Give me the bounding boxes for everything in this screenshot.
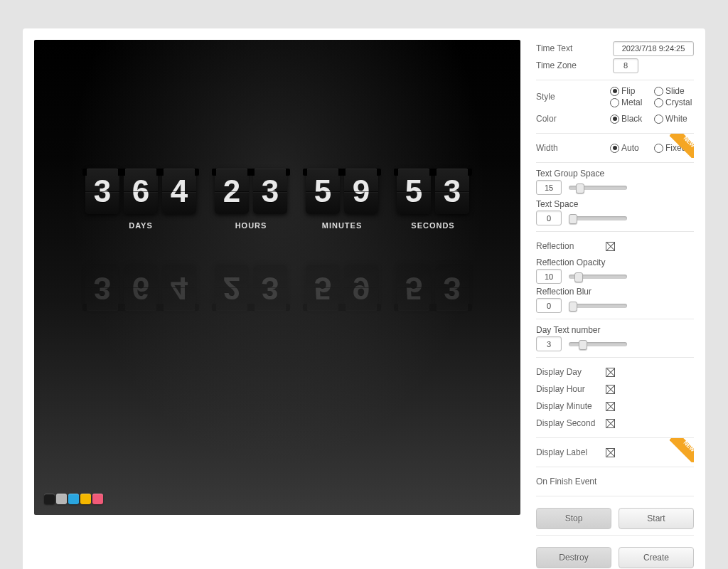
color-swatch[interactable] — [92, 494, 103, 504]
day-text-number-input[interactable] — [536, 336, 562, 351]
flip-digit: 5 — [397, 169, 431, 214]
countdown-group: 364DAYS — [83, 250, 198, 311]
day-text-number-label: Day Text number — [536, 325, 694, 335]
display-hour-label: Display Hour — [536, 384, 606, 394]
text-space-label: Text Space — [536, 199, 694, 209]
display-hour-checkbox[interactable] — [606, 385, 615, 394]
text-space-input[interactable] — [536, 211, 562, 225]
flip-digit: 2 — [215, 169, 249, 214]
reflection-blur-label: Reflection Blur — [536, 287, 694, 297]
group-label: SECONDS — [395, 221, 471, 230]
color-swatches — [44, 494, 105, 506]
style-label: Style — [536, 92, 606, 102]
color-label: Color — [536, 114, 606, 124]
text-space-slider[interactable] — [569, 216, 627, 220]
display-second-checkbox[interactable] — [606, 419, 615, 428]
style-radios-metal[interactable]: Metal — [610, 97, 650, 107]
color-swatch[interactable] — [44, 494, 55, 504]
style-radios-crystal[interactable]: Crystal — [654, 97, 694, 107]
group-label: HOURS — [213, 221, 289, 230]
group-label: DAYS — [83, 221, 198, 230]
flip-digit: 9 — [344, 265, 378, 311]
style-radios-slide[interactable]: Slide — [654, 86, 694, 96]
style-radios-flip[interactable]: Flip — [610, 86, 650, 96]
width-radios-auto[interactable]: Auto — [610, 143, 650, 153]
reflection-opacity-label: Reflection Opacity — [536, 257, 694, 267]
color-swatch[interactable] — [80, 494, 91, 504]
flip-digit: 9 — [344, 169, 378, 214]
display-second-label: Display Second — [536, 418, 606, 428]
time-zone-input[interactable] — [613, 58, 638, 73]
flip-digit: 3 — [253, 169, 287, 214]
settings-sidebar: Time Text Time Zone Style FlipSlideMetal… — [520, 40, 694, 568]
countdown-group: 23HOURS — [213, 169, 289, 230]
flip-digit: 5 — [306, 265, 340, 311]
display-minute-checkbox[interactable] — [606, 402, 615, 411]
flip-digit: 3 — [435, 265, 469, 311]
color-radios-white[interactable]: White — [654, 114, 694, 124]
countdown-group: 364DAYS — [83, 169, 198, 230]
countdown-group: 59MINUTES — [304, 169, 380, 230]
text-group-space-slider[interactable] — [569, 186, 627, 190]
reflection-blur-input[interactable] — [536, 298, 562, 313]
color-swatch[interactable] — [56, 494, 67, 504]
reflection-opacity-slider[interactable] — [569, 275, 627, 279]
flip-digit: 2 — [215, 265, 249, 311]
reflection-opacity-input[interactable] — [536, 269, 562, 284]
display-day-checkbox[interactable] — [606, 368, 615, 377]
width-label: Width — [536, 143, 606, 153]
display-day-label: Display Day — [536, 367, 606, 377]
display-label-label: Display Label — [536, 447, 606, 457]
text-group-space-label: Text Group Space — [536, 169, 694, 179]
flip-digit: 3 — [435, 169, 469, 214]
color-radios-black[interactable]: Black — [610, 114, 650, 124]
flip-digit: 5 — [306, 169, 340, 214]
color-swatch[interactable] — [68, 494, 79, 504]
time-zone-label: Time Zone — [536, 60, 606, 70]
stop-button[interactable]: Stop — [536, 508, 611, 529]
flip-digit: 5 — [397, 265, 431, 311]
width-radio-group: AutoFixed — [610, 143, 694, 153]
countdown-group: 53SECONDS — [395, 169, 471, 230]
destroy-button[interactable]: Destroy — [536, 547, 611, 568]
reflection-label: Reflection — [536, 241, 606, 251]
width-radios-fixed[interactable]: Fixed — [654, 143, 694, 153]
countdown-display: 364DAYS23HOURS59MINUTES53SECONDS364DAYS2… — [76, 169, 478, 311]
style-radio-group: FlipSlideMetalCrystal — [610, 86, 694, 107]
color-radio-group: BlackWhite — [610, 114, 694, 124]
flip-digit: 4 — [162, 265, 196, 311]
display-label-checkbox[interactable] — [606, 448, 615, 457]
day-text-number-slider[interactable] — [569, 342, 627, 346]
on-finish-event-label: On Finish Event — [536, 477, 694, 486]
countdown-group: 53SECONDS — [395, 250, 471, 311]
reflection-blur-slider[interactable] — [569, 304, 627, 308]
flip-digit: 4 — [162, 169, 196, 214]
reflection-checkbox[interactable] — [606, 242, 615, 251]
display-minute-label: Display Minute — [536, 401, 606, 411]
countdown-group: 23HOURS — [213, 250, 289, 311]
flip-digit: 3 — [253, 265, 287, 311]
time-text-input[interactable] — [613, 41, 694, 56]
countdown-group: 59MINUTES — [304, 250, 380, 311]
countdown-preview: 364DAYS23HOURS59MINUTES53SECONDS364DAYS2… — [34, 40, 520, 515]
group-label: MINUTES — [304, 221, 380, 230]
create-button[interactable]: Create — [619, 547, 694, 568]
flip-digit: 6 — [124, 265, 158, 311]
flip-digit: 6 — [124, 169, 158, 214]
start-button[interactable]: Start — [619, 508, 694, 529]
time-text-label: Time Text — [536, 43, 606, 53]
text-group-space-input[interactable] — [536, 180, 562, 195]
flip-digit: 3 — [85, 265, 119, 311]
flip-digit: 3 — [85, 169, 119, 214]
config-panel: 364DAYS23HOURS59MINUTES53SECONDS364DAYS2… — [23, 28, 705, 569]
